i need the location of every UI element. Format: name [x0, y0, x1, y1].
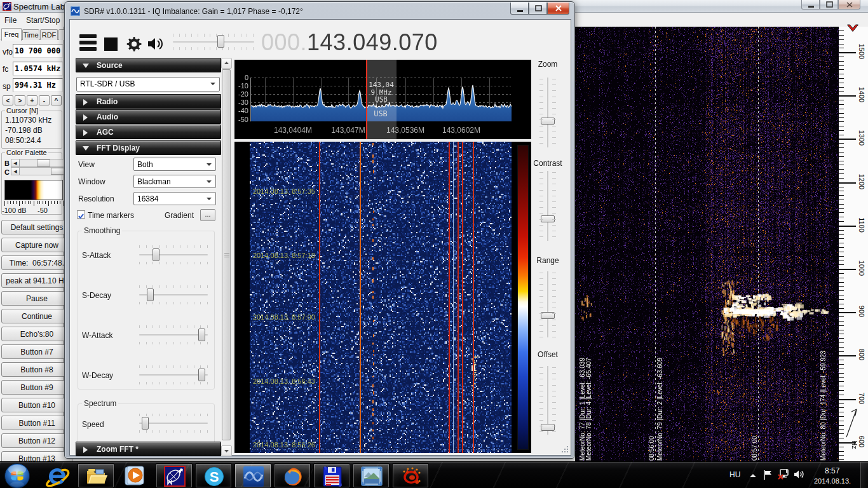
- vfo-field[interactable]: 10 700 000: [13, 44, 63, 58]
- source-device-select[interactable]: RTL-SDR / USB: [76, 77, 220, 92]
- menu-file[interactable]: File: [4, 16, 17, 25]
- media-player-icon[interactable]: [123, 466, 146, 486]
- freq-plus-button[interactable]: +: [27, 95, 37, 105]
- action-center-flag-icon[interactable]: [763, 470, 773, 480]
- chevron-down-icon[interactable]: [207, 163, 212, 166]
- s-attack-slider[interactable]: [139, 245, 209, 264]
- audio-panel-header[interactable]: Audio: [76, 109, 221, 124]
- firefox-taskbar-button[interactable]: [274, 463, 311, 488]
- irfanview-taskbar-button[interactable]: [392, 463, 429, 488]
- fc-field[interactable]: 1.0574 kHz: [13, 62, 63, 76]
- button-8[interactable]: Button #8: [1, 362, 72, 377]
- button-10[interactable]: Button #10: [1, 398, 72, 412]
- speed-slider[interactable]: [139, 414, 209, 433]
- speclab-maximize-button[interactable]: [820, 0, 838, 10]
- freq-up-button[interactable]: ^: [51, 95, 62, 105]
- slider-thumb[interactable]: [198, 329, 205, 341]
- sdr-minimize-button[interactable]: [510, 3, 529, 15]
- resolution-select[interactable]: 16384: [133, 192, 216, 205]
- resize-grip[interactable]: [560, 445, 569, 454]
- image-viewer-taskbar-button[interactable]: [353, 463, 390, 488]
- echos-button[interactable]: Echo's:80: [1, 327, 72, 341]
- s-decay-slider[interactable]: [139, 285, 209, 304]
- settings-gear-icon[interactable]: [125, 36, 142, 53]
- brightness-thumb[interactable]: [37, 159, 50, 166]
- default-settings-button[interactable]: Default settings: [1, 220, 72, 234]
- show-desktop-button[interactable]: [860, 462, 868, 488]
- brightness-slider[interactable]: ◀: [11, 159, 64, 167]
- chevron-down-icon[interactable]: [210, 83, 215, 85]
- volume-icon[interactable]: [147, 37, 165, 51]
- chevron-down-icon[interactable]: [207, 198, 212, 200]
- sdr-maximize-button[interactable]: [529, 3, 547, 15]
- tray-clock[interactable]: 8:57: [825, 466, 839, 475]
- slider-thumb[interactable]: [541, 118, 555, 125]
- zoomfft-panel-header[interactable]: Zoom FFT *: [76, 442, 221, 456]
- fft-panel-header[interactable]: FFT Display: [76, 140, 221, 155]
- contrast-thumb[interactable]: [51, 168, 64, 175]
- speclab-minimize-button[interactable]: [801, 0, 820, 10]
- network-status-icon[interactable]: [778, 469, 789, 480]
- slider-thumb[interactable]: [153, 248, 159, 261]
- stop-icon[interactable]: [104, 37, 118, 51]
- source-panel-header[interactable]: Source: [76, 58, 221, 72]
- continue-button[interactable]: Continue: [1, 309, 72, 323]
- tab-freq[interactable]: Freq: [1, 28, 22, 41]
- scroll-thumb[interactable]: [222, 69, 231, 440]
- floppy-app-taskbar-button[interactable]: [313, 463, 350, 488]
- capture-now-button[interactable]: Capture now: [1, 238, 72, 252]
- volume-slider-thumb[interactable]: [217, 35, 224, 48]
- button-9[interactable]: Button #9: [1, 380, 72, 395]
- tray-date[interactable]: 2014.08.13.: [814, 477, 851, 485]
- slider-thumb[interactable]: [142, 417, 149, 430]
- pause-button[interactable]: Pause: [1, 291, 72, 306]
- offset-slider[interactable]: [529, 366, 567, 435]
- tab-rdf[interactable]: RDF: [40, 29, 58, 40]
- zoom-slider[interactable]: [529, 78, 567, 147]
- frequency-display[interactable]: 000.143.049.070: [261, 29, 438, 56]
- start-button[interactable]: [4, 463, 31, 488]
- brightness-left-arrow[interactable]: ◀: [11, 159, 20, 166]
- button-7[interactable]: Button #7: [1, 344, 72, 359]
- agc-panel-header[interactable]: AGC: [76, 125, 221, 139]
- contrast-slider[interactable]: ◀: [11, 167, 64, 175]
- gradient-edit-button[interactable]: ...: [200, 209, 215, 221]
- w-decay-slider[interactable]: [139, 365, 209, 384]
- contrast-left-arrow[interactable]: ◀: [11, 168, 20, 175]
- contrast-slider[interactable]: [529, 171, 567, 241]
- freq-minus-button[interactable]: -: [39, 95, 50, 105]
- scroll-down-button[interactable]: [221, 445, 232, 456]
- slider-thumb[interactable]: [198, 369, 205, 381]
- speclab-taskbar-button[interactable]: [156, 463, 193, 488]
- explorer-taskbar-button[interactable]: [78, 463, 114, 488]
- tray-volume-icon[interactable]: [794, 470, 805, 479]
- panel-scrollbar[interactable]: [221, 58, 231, 456]
- tuning-line[interactable]: [366, 60, 367, 139]
- sdr-close-button[interactable]: [547, 3, 569, 15]
- menu-start-stop[interactable]: Start/Stop: [26, 16, 60, 25]
- window-select[interactable]: Blackman: [133, 175, 216, 188]
- internet-explorer-icon[interactable]: [46, 466, 70, 487]
- volume-slider[interactable]: [173, 34, 255, 57]
- time-button[interactable]: Time: 06:57:48.: [1, 255, 72, 270]
- tab-time[interactable]: Time: [22, 29, 39, 40]
- sdr-waterfall[interactable]: 2014.08.13. 8:57:352014.08.13. 8:57:1820…: [234, 142, 531, 453]
- button-12[interactable]: Button #12: [1, 433, 72, 448]
- chevron-down-icon[interactable]: [207, 180, 212, 183]
- speclab-close-button[interactable]: [838, 0, 860, 10]
- peak-button[interactable]: peak at 941.10 Hz: [1, 273, 72, 288]
- radio-panel-header[interactable]: Radio: [76, 94, 221, 109]
- slider-thumb[interactable]: [541, 424, 555, 431]
- scroll-up-button[interactable]: [221, 58, 232, 69]
- button-11[interactable]: Button #11: [1, 416, 72, 430]
- sdrsharp-taskbar-button[interactable]: [234, 463, 271, 488]
- w-attack-slider[interactable]: [139, 325, 209, 344]
- freq-step-right-button[interactable]: >: [15, 95, 25, 105]
- view-select[interactable]: Both: [133, 158, 216, 171]
- sdr-titlebar[interactable]: SDR# v1.0.0.1311 - IQ Imbalance: Gain = …: [65, 2, 574, 19]
- menu-icon[interactable]: [79, 34, 97, 51]
- tray-expand-icon[interactable]: [749, 473, 757, 478]
- sp-field[interactable]: 994.31 Hz: [13, 78, 63, 92]
- spectrum-analyzer[interactable]: 0-10-20-30-40-50143,0404M143,047M143,053…: [234, 60, 531, 139]
- skype-taskbar-button[interactable]: S: [195, 463, 232, 488]
